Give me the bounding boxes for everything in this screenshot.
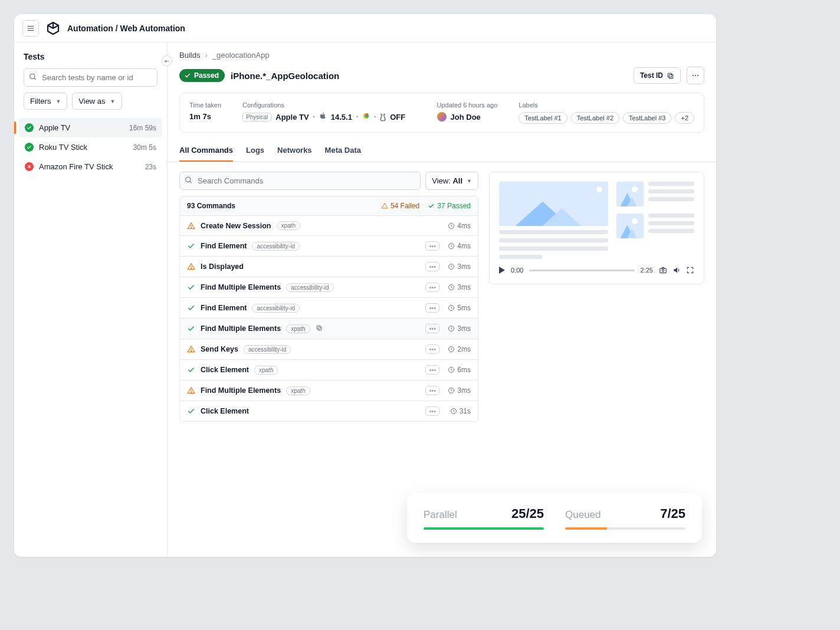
passed-count: 37 Passed (428, 202, 471, 210)
svg-rect-17 (317, 326, 320, 329)
chevron-right-icon: › (205, 51, 207, 60)
breadcrumb-top: Automation / Web Automation (67, 24, 185, 33)
command-row[interactable]: Send Keysaccessibility-id•••2ms (180, 339, 478, 360)
svg-rect-25 (660, 268, 667, 273)
camera-icon[interactable] (659, 266, 667, 274)
menu-button[interactable] (22, 20, 39, 37)
command-row[interactable]: Find Multiple Elementsxpath•••3ms (180, 319, 478, 339)
label-pill[interactable]: TestLabel #2 (571, 112, 619, 124)
svg-point-4 (695, 75, 696, 76)
check-icon (187, 283, 195, 291)
more-icon[interactable]: ••• (425, 283, 439, 292)
topbar: Automation / Web Automation (14, 14, 716, 42)
view-dropdown[interactable]: View: All ▼ (425, 172, 478, 190)
locator-tag: accessibility-id (286, 283, 333, 292)
command-row[interactable]: Is Displayed•••3ms (180, 257, 478, 277)
parallel-bar (424, 527, 544, 530)
more-button[interactable] (687, 67, 704, 84)
tab[interactable]: Meta Data (325, 140, 361, 162)
command-time: 6ms (445, 366, 471, 374)
signal-icon: ⟅⟆ (380, 113, 386, 122)
command-name: Is Displayed (201, 262, 244, 271)
svg-point-12 (191, 268, 192, 268)
test-item[interactable]: Apple TV16m 59s (19, 118, 162, 137)
current-time: 0:00 (511, 267, 523, 274)
more-icon[interactable]: ••• (425, 344, 439, 354)
check-icon (187, 407, 195, 415)
timeline[interactable] (529, 270, 634, 271)
command-time: 3ms (445, 386, 471, 395)
more-icon[interactable]: ••• (425, 365, 439, 375)
more-icon[interactable]: ••• (425, 386, 439, 395)
time-value: 1m 7s (189, 112, 221, 121)
more-icon[interactable]: ••• (425, 324, 439, 333)
commands-total: 93 Commands (187, 202, 376, 210)
sidebar: Tests Filters▼ View as▼ Apple TV16m 59sR… (14, 42, 168, 557)
more-icon[interactable]: ••• (425, 406, 439, 416)
locator-tag: xpath (286, 386, 310, 395)
test-item[interactable]: Amazon Fire TV Stick23s (19, 157, 162, 176)
warning-icon (187, 345, 195, 353)
tab[interactable]: All Commands (179, 140, 233, 162)
crumb-builds[interactable]: Builds (179, 51, 200, 60)
more-icon[interactable]: ••• (425, 241, 439, 251)
crumb-current: _geolocationApp (212, 51, 270, 60)
filters-button[interactable]: Filters▼ (24, 93, 67, 110)
updated-label: Updated 6 hours ago (437, 101, 498, 109)
sidebar-collapse[interactable]: ⇤ (162, 55, 172, 66)
command-row[interactable]: Click Elementxpath•••6ms (180, 360, 478, 380)
label-pill[interactable]: TestLabel #1 (519, 112, 567, 124)
command-name: Find Element (201, 242, 247, 250)
command-row[interactable]: Find Elementaccessibility-id•••4ms (180, 236, 478, 257)
check-icon (187, 324, 195, 333)
check-icon (25, 123, 34, 132)
command-time: 31s (445, 407, 471, 415)
breadcrumbs: Builds › _geolocationApp (168, 42, 716, 64)
config-label: Configurations (242, 101, 416, 109)
command-name: Find Multiple Elements (201, 324, 281, 333)
copy-icon[interactable] (316, 324, 323, 333)
more-icon[interactable]: ••• (425, 303, 439, 313)
placeholder-image (499, 182, 608, 226)
test-item[interactable]: Roku TV Stick30m 5s (19, 137, 162, 157)
test-name: Apple TV (39, 123, 129, 132)
tab[interactable]: Networks (277, 140, 312, 162)
more-icon[interactable]: ••• (425, 262, 439, 271)
command-row[interactable]: Click Element•••31s (180, 401, 478, 421)
dots-icon (691, 71, 700, 80)
parallel-label: Parallel (424, 509, 457, 521)
locator-tag: accessibility-id (252, 242, 299, 251)
config-value: Physical Apple TV • 14.5.1 • • ⟅⟆ (242, 112, 416, 122)
command-time: 4ms (445, 222, 471, 230)
play-button[interactable] (499, 267, 505, 274)
command-row[interactable]: Find Elementaccessibility-id•••5ms (180, 298, 478, 319)
hamburger-icon (27, 24, 35, 32)
search-tests-input[interactable] (24, 68, 158, 87)
fullscreen-icon[interactable] (686, 266, 694, 274)
command-time: 2ms (445, 345, 471, 353)
tab[interactable]: Logs (246, 140, 264, 162)
label-pill[interactable]: +2 (675, 112, 694, 124)
queued-value: 7/25 (660, 506, 685, 521)
commands-panel: View: All ▼ 93 Commands 54 Failed (179, 172, 478, 422)
svg-point-26 (662, 270, 664, 272)
label-pill[interactable]: TestLabel #3 (623, 112, 671, 124)
command-row[interactable]: Find Multiple Elementsxpath•••3ms (180, 380, 478, 401)
chevron-down-icon: ▼ (110, 99, 116, 104)
apple-icon (319, 112, 327, 122)
search-commands-input[interactable] (179, 172, 421, 190)
volume-icon[interactable] (672, 266, 681, 274)
viewas-button[interactable]: View as▼ (72, 93, 122, 110)
labels-list: TestLabel #1TestLabel #2TestLabel #3+2 (519, 112, 694, 124)
warning-icon (187, 262, 195, 271)
copy-icon (667, 72, 674, 80)
command-time: 3ms (445, 324, 471, 333)
warning-icon (187, 386, 195, 395)
command-row[interactable]: Find Multiple Elementsaccessibility-id••… (180, 277, 478, 298)
command-row[interactable]: Create New Sessionxpath4ms (180, 216, 478, 236)
physical-tag: Physical (242, 113, 271, 122)
meta-card: Time taken 1m 7s Configurations Physical… (179, 93, 704, 133)
chevron-down-icon: ▼ (467, 178, 472, 184)
command-time: 3ms (445, 283, 471, 291)
testid-button[interactable]: Test ID (634, 67, 681, 84)
